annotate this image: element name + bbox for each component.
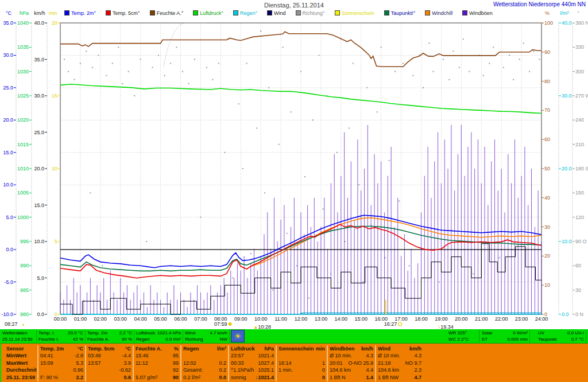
svg-text:06:00: 06:00 (174, 316, 187, 322)
stat-cell-label: Regen (183, 345, 199, 352)
stat-cell-label: Temp. 5cm (88, 345, 114, 352)
status-bar: Wetterdaten25.11.14 23:59Temp. I.20.0 °C… (0, 329, 588, 344)
svg-text:10:28: 10:28 (258, 324, 272, 330)
svg-text:08:27: 08:27 (5, 321, 18, 327)
status-label: Luftdruck (136, 330, 155, 336)
stat-cell-value: -4.4 (122, 352, 131, 359)
axis-w: 40.035.030.025.020.015.010.05.00.0km/h (34, 10, 47, 317)
stat-cell-value: -2.8 (74, 352, 83, 359)
stats-column-feuchte-a-: Feuchte A.%15:468511:1299925.07 g/m³90 (133, 345, 180, 381)
stat-cell-value: °C (125, 345, 131, 352)
stats-column-sonnenschein: Sonnenscheinmin16:1411 min.00 (276, 345, 327, 381)
svg-text:%: % (545, 10, 550, 16)
svg-text:100: 100 (544, 20, 553, 26)
stat-cell-label: Ø 10 min. (378, 352, 400, 359)
stats-column-temp-5cm: Temp. 5cm°C03:49-4.413:573.9-0.620.6 (85, 345, 133, 381)
stat-cell-label: Gesamt: (183, 367, 203, 373)
svg-text:-10.0: -10.0 (1, 311, 13, 317)
stat-cell-value: 0.0 (219, 374, 226, 381)
svg-text:16:27: 16:27 (384, 321, 397, 327)
svg-text:19:00: 19:00 (435, 316, 448, 322)
svg-text:15.0: 15.0 (3, 150, 13, 155)
svg-text:0 N: 0 N (575, 311, 583, 317)
status-label: Richtung (185, 336, 203, 342)
stat-cell-value: 85 (173, 352, 179, 359)
svg-text:20.0: 20.0 (34, 166, 44, 171)
status-label: Wetterdaten (2, 330, 27, 336)
svg-text:10:00: 10:00 (254, 316, 268, 322)
svg-text:03:00: 03:00 (114, 316, 127, 322)
svg-text:0.0: 0.0 (6, 247, 13, 252)
stat-cell-value: % (174, 345, 179, 352)
stat-cell-label: MinWert (6, 352, 26, 359)
svg-text:60: 60 (544, 137, 550, 142)
svg-text:40.0: 40.0 (562, 20, 572, 26)
svg-text:50: 50 (544, 166, 550, 171)
status-value: 20.0 °C (68, 330, 83, 336)
stat-cell-value: 1.4 (366, 374, 373, 381)
svg-text:20.0: 20.0 (3, 117, 13, 123)
stat-cell-label: Wind (378, 345, 390, 352)
status-label: ET (482, 336, 488, 342)
status-cell-wr-wc: WR 325°WC 2.2°C (447, 330, 479, 342)
svg-text:1035: 1035 (17, 44, 29, 50)
svg-text:990: 990 (20, 263, 29, 268)
stat-cell-value: km/h (409, 345, 421, 352)
stat-cell-label: 16:14 (278, 360, 292, 367)
stat-cell-label: 0.2 l/m² (183, 374, 200, 381)
stats-column-windb-en: Windböenkm/hØ 10 min.4.320:01O-NO 25.910… (327, 345, 375, 381)
svg-text:l/m²: l/m² (560, 10, 569, 16)
stat-cell-label: 5.07 g/m³ (136, 374, 157, 381)
sun-moon-annotations: 07:59▲10:2816:27☽19.34 (214, 321, 454, 329)
stat-cell-label: Temp. 2m (40, 345, 64, 352)
svg-text:995: 995 (20, 239, 29, 244)
annotation-moonset: ☽19.34 (436, 324, 454, 330)
stat-cell-value: 0 (322, 367, 325, 373)
stat-cell-value: 4.7 (414, 374, 421, 381)
svg-text:20.0: 20.0 (562, 166, 572, 171)
svg-text:120: 120 (575, 215, 584, 220)
status-label: Temp. I. (38, 330, 55, 336)
stat-cell-value: 0 (322, 374, 325, 381)
status-label: WR 325° (448, 330, 467, 336)
status-value: 0.0 l/m² (165, 336, 181, 342)
svg-text:300: 300 (575, 69, 584, 75)
svg-text:330: 330 (575, 44, 584, 50)
moon-half-icon: ◗ (22, 322, 25, 328)
stat-cell-label: Sensor (6, 345, 24, 352)
svg-text:07:00: 07:00 (194, 316, 207, 322)
svg-text:40.0: 40.0 (34, 20, 44, 26)
svg-text:5.0: 5.0 (37, 275, 44, 281)
stat-cell-value: 0.96 (73, 367, 83, 373)
svg-text:-5.0: -5.0 (4, 279, 13, 285)
stat-cell-value: 4.3 (366, 352, 373, 359)
svg-text:18:00: 18:00 (415, 316, 428, 322)
stat-cell-label: 104.6 km (330, 367, 351, 373)
axis-c: 35.030.025.020.015.010.05.00.0-5.0-10.0°… (1, 10, 16, 317)
annotation-moonrise: ▲10:28 (254, 324, 272, 330)
svg-text:11:00: 11:00 (274, 316, 287, 322)
weather-app-window: Dienstag, 25.11.2014 Wetterstation Niede… (0, 0, 588, 382)
stat-cell-label: Windböen (330, 345, 354, 352)
stat-cell-label: 1 Bft NW (378, 374, 399, 381)
svg-text:01:00: 01:00 (74, 316, 87, 322)
axis-d: 360 N330300270 W240210180 S15012090 O603… (572, 10, 588, 317)
svg-text:35.0: 35.0 (34, 57, 44, 63)
stat-cell-label: 104.6 km (378, 367, 399, 373)
stat-cell-label: 23:57 (231, 352, 244, 359)
status-cell-solar-et: Solar0 W/m²ET0.000 mm (480, 330, 530, 342)
axis-m: 20151050min (49, 10, 60, 317)
svg-text:24:00: 24:00 (535, 316, 548, 322)
svg-text:1005: 1005 (17, 190, 29, 196)
status-cell-aussen: Temp. 2m2.2 °CFeuchte A.90 % (86, 330, 134, 342)
svg-text:90 O: 90 O (575, 239, 587, 244)
svg-text:980: 980 (20, 311, 29, 317)
stat-cell-value: 2.2 (76, 374, 83, 381)
stat-cell-value: 2.3 (414, 367, 421, 373)
stat-cell-value: O-NO 25.9 (348, 360, 373, 367)
status-label: Solar (482, 330, 493, 336)
status-label: Feuchte A. (87, 336, 109, 342)
svg-text:20: 20 (544, 253, 550, 259)
stat-cell-label: 03:49 (88, 352, 101, 359)
svg-text:210: 210 (575, 142, 584, 147)
